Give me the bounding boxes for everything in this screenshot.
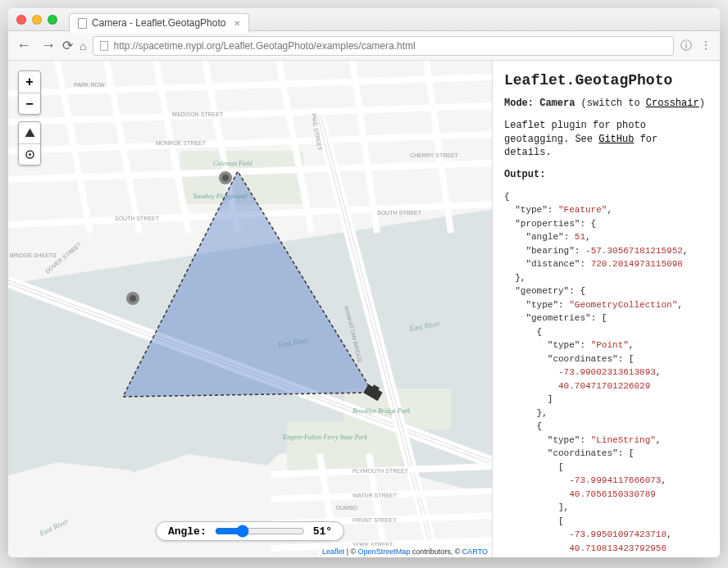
home-button[interactable]: ⌂ — [80, 39, 86, 52]
camera-tool-button[interactable] — [19, 122, 40, 143]
street-label: FRONT STREET — [353, 517, 397, 523]
panel-title: Leaflet.GeotagPhoto — [504, 72, 708, 89]
mode-label: Mode: Camera — [504, 98, 575, 109]
forward-button[interactable]: → — [41, 37, 56, 54]
street-label: PARK ROW — [74, 82, 105, 88]
map-attribution: Leaflet | © OpenStreetMap contributors, … — [318, 546, 492, 557]
tab-title: Camera - Leaflet.GeotagPhoto — [92, 17, 225, 29]
side-panel: Leaflet.GeotagPhoto Mode: Camera (switch… — [492, 61, 720, 557]
reload-button[interactable]: ⟳ — [62, 38, 73, 53]
map-pane[interactable]: PARK ROW MADISON STREET MONROE STREET CH… — [8, 61, 492, 557]
map-controls: + − — [18, 70, 41, 172]
url-bar[interactable]: http://spacetime.nypl.org/Leaflet.Geotag… — [93, 36, 674, 56]
close-window-button[interactable] — [16, 15, 26, 25]
street-label: MADISON STREET — [172, 111, 224, 117]
browser-window: Camera - Leaflet.GeotagPhoto × ← → ⟳ ⌂ h… — [8, 8, 720, 557]
street-label: SOUTH STREET — [115, 216, 160, 221]
street-label: SOUTH STREET — [377, 210, 422, 216]
park-label: Brooklyn Bridge Park — [353, 407, 411, 415]
map-canvas[interactable]: PARK ROW MADISON STREET MONROE STREET CH… — [8, 61, 492, 557]
toolbar: ← → ⟳ ⌂ http://spacetime.nypl.org/Leafle… — [8, 31, 720, 61]
zoom-in-button[interactable]: + — [19, 71, 40, 93]
street-label: BRIDGE SHEETS — [10, 252, 57, 258]
street-label: CHERRY STREET — [410, 152, 459, 158]
github-link[interactable]: GitHub — [598, 134, 634, 145]
svg-point-31 — [29, 153, 31, 156]
angle-control: Angle: 51° — [156, 521, 344, 541]
leaflet-link[interactable]: Leaflet — [322, 548, 344, 556]
park-label: Empire-Fulton Ferry State Park — [282, 434, 367, 441]
park-label: Coleman Field — [213, 160, 253, 167]
traffic-lights — [16, 15, 57, 25]
street-label: PLYMOUTH STREET — [353, 468, 409, 474]
json-output: { "type": "Feature", "properties": { "an… — [504, 190, 708, 557]
neighborhood-label: DUMBO — [336, 505, 358, 511]
osm-link[interactable]: OpenStreetMap — [358, 548, 411, 556]
content: PARK ROW MADISON STREET MONROE STREET CH… — [8, 61, 720, 557]
back-button[interactable]: ← — [16, 37, 31, 54]
angle-label: Angle: — [168, 525, 207, 538]
carto-link[interactable]: CARTO — [462, 548, 488, 556]
minimize-window-button[interactable] — [32, 15, 42, 25]
street-label: WATER STREET — [353, 493, 398, 498]
secondary-marker[interactable] — [128, 293, 138, 303]
street-label: MONROE STREET — [156, 140, 207, 146]
angle-slider[interactable] — [215, 525, 305, 538]
info-icon[interactable]: ⓘ — [680, 39, 692, 53]
crosshair-link[interactable]: Crosshair — [646, 98, 699, 109]
url-text: http://spacetime.nypl.org/Leaflet.Geotag… — [113, 40, 415, 52]
crosshair-tool-button[interactable] — [19, 143, 40, 165]
titlebar: Camera - Leaflet.GeotagPhoto × — [8, 8, 720, 31]
output-label: Output: — [504, 169, 545, 180]
page-icon — [78, 18, 87, 29]
close-tab-icon[interactable]: × — [234, 17, 240, 30]
maximize-window-button[interactable] — [48, 15, 57, 25]
zoom-out-button[interactable]: − — [19, 93, 40, 114]
target-marker[interactable] — [221, 173, 230, 183]
menu-icon[interactable]: ⋮ — [700, 39, 712, 53]
page-info-icon — [100, 41, 108, 51]
angle-value: 51° — [313, 525, 332, 538]
browser-tab[interactable]: Camera - Leaflet.GeotagPhoto × — [69, 13, 249, 33]
